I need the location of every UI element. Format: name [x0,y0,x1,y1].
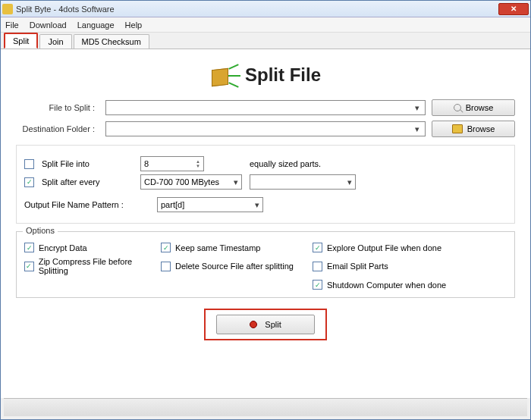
size-preset-combo[interactable]: CD-700 700 MBytes▾ [140,174,242,190]
tab-strip: Split Join MD5 Checksum [1,33,530,49]
tab-md5[interactable]: MD5 Checksum [74,34,149,49]
pattern-combo[interactable]: part[d]▾ [157,197,263,212]
chevron-down-icon: ▾ [411,102,423,114]
file-to-split-combo[interactable]: ▾ [105,100,426,115]
parts-spinner[interactable]: 8▲▼ [140,156,204,171]
split-into-checkbox[interactable] [24,159,34,169]
destination-combo[interactable]: ▾ [105,121,426,136]
menubar: File Download Language Help [1,17,530,33]
split-after-label: Split after every [42,177,133,186]
split-params-group: Split File into 8▲▼ equally sized parts.… [16,145,515,224]
zip-checkbox[interactable] [24,262,34,271]
record-icon [250,321,257,328]
split-button[interactable]: Split [216,315,315,334]
search-icon [454,104,461,111]
equally-label: equally sized parts. [250,159,321,168]
options-legend: Options [23,226,58,235]
size-unit-combo[interactable]: ▾ [250,174,356,190]
menu-language[interactable]: Language [77,20,115,30]
destination-label: Destination Folder : [16,124,99,133]
chevron-down-icon: ▾ [255,200,259,210]
status-bar [4,398,527,416]
browse-file-button[interactable]: Browse [432,99,515,116]
shutdown-checkbox[interactable] [313,280,322,290]
titlebar: Split Byte - 4dots Software ✕ [1,1,530,17]
page-heading: Split File [16,61,515,89]
split-button-highlight: Split [16,309,515,340]
pattern-label: Output File Name Pattern : [24,200,149,209]
spinner-arrows-icon: ▲▼ [196,159,200,168]
file-to-split-label: File to Split : [16,103,99,112]
menu-download[interactable]: Download [30,20,67,30]
timestamp-checkbox[interactable] [161,243,171,252]
split-box-icon [210,61,237,89]
tab-split[interactable]: Split [4,33,38,49]
content-area: Split File File to Split : ▾ Browse Dest… [1,49,530,398]
explore-checkbox[interactable] [313,243,322,252]
delete-checkbox[interactable] [161,262,171,271]
app-window: Split Byte - 4dots Software ✕ File Downl… [0,0,531,420]
folder-icon [452,124,463,133]
app-icon [2,4,13,14]
chevron-down-icon: ▾ [234,177,238,187]
split-after-checkbox[interactable] [24,177,34,187]
chevron-down-icon: ▾ [411,123,423,135]
split-into-label: Split File into [42,159,133,168]
menu-file[interactable]: File [5,20,19,30]
menu-help[interactable]: Help [125,20,143,30]
options-group: Options Encrypt Data Keep same Timestamp… [16,231,515,298]
browse-folder-button[interactable]: Browse [432,121,515,137]
encrypt-checkbox[interactable] [24,243,34,252]
close-button[interactable]: ✕ [498,3,529,15]
email-checkbox[interactable] [313,262,322,271]
tab-join[interactable]: Join [39,34,71,49]
window-title: Split Byte - 4dots Software [16,5,498,14]
page-title: Split File [245,64,321,86]
chevron-down-icon: ▾ [347,177,352,187]
